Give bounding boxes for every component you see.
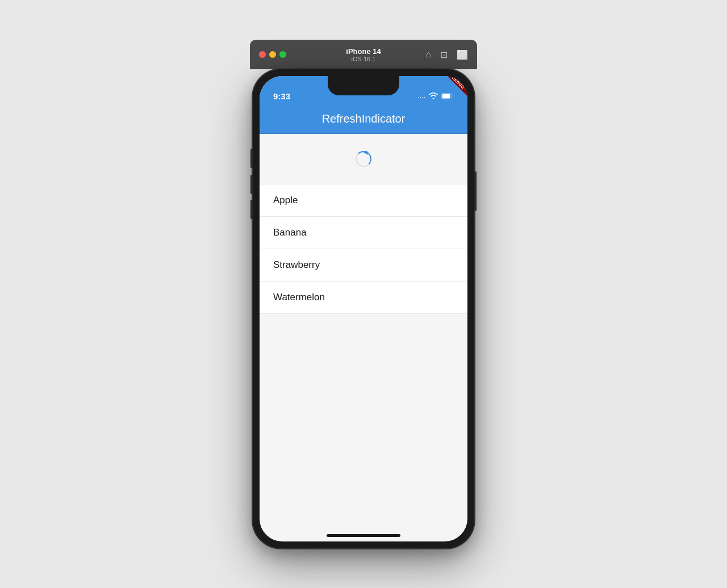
fruit-item-watermelon: Watermelon [273, 292, 325, 303]
traffic-lights [259, 51, 286, 58]
list-item[interactable]: Banana [260, 217, 467, 249]
screen-content[interactable]: Apple Banana Strawberry Watermelon [260, 134, 467, 541]
device-name: iPhone 14 iOS 16.1 [346, 47, 381, 62]
list-item[interactable]: Watermelon [260, 282, 467, 314]
fruit-item-banana: Banana [273, 227, 307, 238]
device-title: iPhone 14 [346, 47, 381, 56]
app-bar-title: RefreshIndicator [322, 112, 406, 125]
rotate-toolbar-icon[interactable]: ⬜ [457, 49, 468, 60]
notch [328, 76, 399, 95]
simulator-toolbar: iPhone 14 iOS 16.1 ⌂ ⊡ ⬜ [250, 40, 477, 69]
fruit-item-apple: Apple [273, 195, 298, 205]
signal-icon: ···· [418, 93, 425, 101]
maximize-button[interactable] [279, 51, 286, 58]
wifi-icon [429, 93, 438, 101]
phone-frame: 9:33 ···· [253, 69, 474, 548]
list-item[interactable]: Apple [260, 184, 467, 217]
phone-screen: 9:33 ···· [260, 76, 467, 541]
refresh-indicator [260, 140, 467, 178]
device-subtitle: iOS 16.1 [346, 56, 381, 62]
close-button[interactable] [259, 51, 266, 58]
fruits-list: Apple Banana Strawberry Watermelon [260, 184, 467, 314]
loading-spinner [356, 151, 371, 167]
debug-badge: DEBUG [442, 76, 467, 101]
phone-inner: 9:33 ···· [260, 76, 467, 541]
screenshot-toolbar-icon[interactable]: ⊡ [440, 49, 448, 60]
fruit-item-strawberry: Strawberry [273, 259, 320, 270]
debug-badge-label: DEBUG [444, 76, 467, 97]
list-item[interactable]: Strawberry [260, 249, 467, 282]
status-time: 9:33 [273, 91, 290, 101]
simulator-wrapper: iPhone 14 iOS 16.1 ⌂ ⊡ ⬜ 9:33 ···· [250, 40, 477, 548]
app-bar: RefreshIndicator [260, 104, 467, 134]
home-toolbar-icon[interactable]: ⌂ [425, 49, 431, 60]
toolbar-actions: ⌂ ⊡ ⬜ [425, 49, 468, 60]
home-bar [327, 534, 400, 537]
minimize-button[interactable] [269, 51, 276, 58]
